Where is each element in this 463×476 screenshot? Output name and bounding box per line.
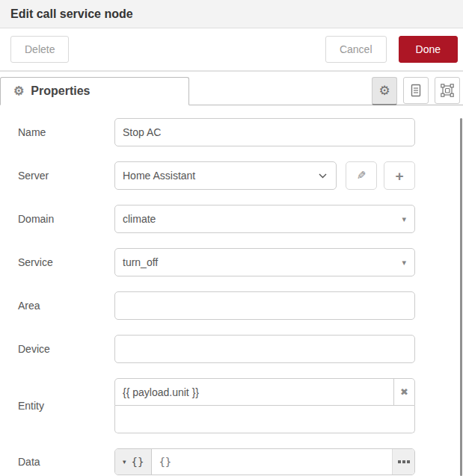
entity-label: Entity (18, 400, 114, 412)
entity-row: Entity {{ payload.unit }} ✖ (18, 378, 463, 433)
server-row: Server Home Assistant ✎ + (18, 161, 463, 190)
area-input[interactable] (114, 291, 415, 320)
entity-list: {{ payload.unit }} ✖ (114, 378, 415, 433)
data-type-button[interactable]: ▾ {} (115, 449, 152, 475)
data-row: Data ▾ {} {} (18, 448, 463, 475)
area-row: Area (18, 291, 463, 320)
expand-editor-button[interactable] (392, 449, 414, 475)
server-select[interactable]: Home Assistant (114, 161, 337, 190)
entity-value[interactable]: {{ payload.unit }} (115, 379, 393, 405)
document-icon (410, 84, 422, 97)
tab-properties[interactable]: ⚙ Properties (0, 77, 189, 105)
service-input[interactable] (114, 248, 415, 276)
domain-input[interactable] (114, 205, 415, 233)
device-input[interactable] (114, 335, 415, 363)
delete-button[interactable]: Delete (10, 36, 69, 63)
domain-label: Domain (18, 213, 114, 225)
pencil-icon: ✎ (357, 169, 367, 182)
dialog-button-bar: Delete Cancel Done (0, 28, 463, 72)
plus-icon: + (395, 169, 403, 183)
entity-list-item[interactable]: {{ payload.unit }} ✖ (114, 378, 415, 406)
gear-icon: ⚙ (378, 84, 390, 97)
tray-toolbar: ⚙ (372, 77, 460, 105)
name-input[interactable] (114, 118, 415, 146)
caret-down-icon: ▾ (123, 458, 126, 466)
ellipsis-icon (407, 460, 410, 463)
tab-properties-label: Properties (31, 84, 90, 98)
domain-row: Domain ▾ (18, 205, 463, 233)
device-row: Device (18, 335, 463, 363)
cancel-button[interactable]: Cancel (325, 36, 387, 63)
properties-form: Name Server Home Assistant ✎ + Domain ▾ … (0, 105, 463, 475)
device-label: Device (18, 343, 114, 355)
area-label: Area (18, 300, 114, 312)
close-icon: ✖ (400, 386, 408, 398)
chevron-down-icon (319, 173, 327, 179)
remove-entity-button[interactable]: ✖ (393, 379, 414, 405)
dropdown-triangle-icon[interactable]: ▾ (402, 214, 406, 224)
done-button[interactable]: Done (399, 36, 458, 63)
dialog-header: Edit call service node (0, 0, 463, 28)
editor-tab-bar: ⚙ Properties ⚙ (0, 77, 463, 105)
server-select-value: Home Assistant (123, 170, 195, 182)
add-server-button[interactable]: + (384, 161, 415, 190)
data-typed-input: ▾ {} {} (114, 448, 415, 475)
ellipsis-icon (402, 460, 405, 463)
data-label: Data (18, 456, 114, 468)
json-type-icon: {} (132, 456, 144, 468)
edit-server-button[interactable]: ✎ (346, 161, 377, 190)
service-label: Service (18, 256, 114, 268)
data-value-input[interactable]: {} (152, 449, 392, 475)
entity-empty-input[interactable] (114, 406, 415, 433)
appearance-icon (441, 84, 454, 97)
server-label: Server (18, 170, 114, 182)
properties-gear-button[interactable]: ⚙ (372, 77, 397, 105)
dialog-title: Edit call service node (10, 7, 133, 21)
name-label: Name (18, 126, 114, 138)
service-row: Service ▾ (18, 248, 463, 276)
gear-icon: ⚙ (13, 85, 24, 97)
ellipsis-icon (398, 460, 401, 463)
description-button[interactable] (403, 77, 429, 104)
dropdown-triangle-icon[interactable]: ▾ (402, 258, 406, 268)
vertical-scrollbar[interactable] (460, 118, 462, 476)
appearance-button[interactable] (435, 77, 460, 104)
name-row: Name (18, 118, 463, 146)
